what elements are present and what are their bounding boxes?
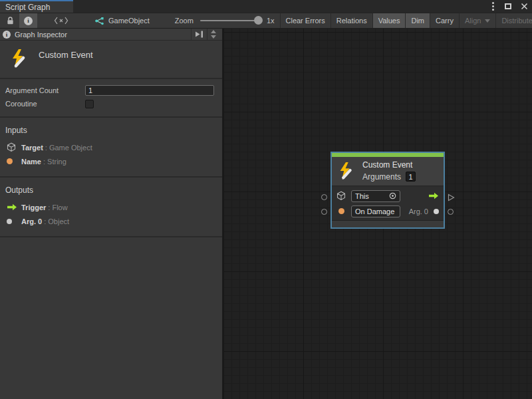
tab-bar: Script Graph [0, 0, 532, 13]
string-port-dot[interactable] [338, 208, 344, 214]
values-button[interactable]: Values [372, 13, 406, 28]
node-row-name: On Damage Arg. 0 [332, 203, 444, 219]
align-button: Align [459, 13, 495, 28]
graph-inspector-title: Graph Inspector [15, 31, 191, 39]
maximize-icon[interactable] [503, 0, 513, 13]
panel-scroll-arrows[interactable] [207, 29, 219, 40]
object-picker-icon[interactable] [389, 192, 396, 200]
gameobject-label: GameObject [108, 17, 150, 25]
input-row-name: Name : String [0, 154, 222, 168]
gameobject-reference[interactable]: GameObject [88, 13, 156, 28]
arguments-label: Arguments [362, 172, 401, 182]
node-footer [332, 220, 444, 227]
node-header[interactable]: Custom Event Arguments 1 [332, 157, 444, 186]
close-icon[interactable] [519, 0, 529, 13]
window-controls [489, 0, 529, 13]
scroll-up-icon[interactable] [211, 30, 216, 33]
info-toggle-icon[interactable]: i [19, 13, 37, 28]
clear-errors-button[interactable]: Clear Errors [280, 13, 331, 28]
coroutine-label: Coroutine [5, 100, 85, 108]
outputs-section: Outputs Trigger : Flow Arg. 0 : Object [0, 178, 222, 237]
script-graph-window: Script Graph i GameObject [0, 0, 532, 399]
graph-inspector-header: i Graph Inspector [0, 29, 222, 41]
arg0-label: Arg. 0 [409, 207, 428, 215]
argument-count-label: Argument Count [5, 86, 85, 94]
code-view-icon[interactable] [49, 13, 73, 28]
dock-panel-icon[interactable] [191, 29, 207, 40]
external-input-port-bottom[interactable] [321, 209, 327, 215]
coroutine-checkbox[interactable] [85, 100, 94, 108]
event-name-field[interactable]: On Damage [351, 205, 400, 217]
node-row-target: This [332, 188, 444, 203]
external-output-port[interactable] [448, 209, 454, 215]
argument-count-field[interactable]: 1 [85, 85, 214, 96]
trigger-flow-port[interactable] [428, 192, 439, 200]
target-this-dropdown[interactable]: This [351, 190, 400, 202]
relations-button[interactable]: Relations [331, 13, 372, 28]
distribute-button: Distribute [495, 13, 532, 28]
inspector-empty-area [0, 237, 222, 399]
input-row-target: Target : Game Object [0, 140, 222, 154]
graph-canvas[interactable]: Custom Event Arguments 1 This [223, 29, 532, 399]
zoom-value: 1x [267, 17, 275, 25]
inputs-title: Inputs [0, 123, 222, 140]
gameobject-graph-icon [94, 17, 104, 25]
info-icon: i [3, 31, 11, 39]
dim-button[interactable]: Dim [405, 13, 430, 28]
unit-fields: Argument Count 1 Coroutine [0, 79, 222, 118]
graph-toolbar: i GameObject Zoom 1x Clear Errors Relati… [0, 13, 532, 29]
zoom-control: Zoom 1x [175, 13, 275, 28]
gameobject-cube-icon [336, 191, 346, 201]
flow-arrow-icon [7, 203, 21, 211]
custom-event-icon [337, 162, 354, 180]
arguments-value-field[interactable]: 1 [406, 172, 416, 182]
tab-title: Script Graph [5, 3, 50, 12]
custom-event-icon [9, 49, 28, 68]
gameobject-cube-icon [7, 142, 21, 152]
inputs-section: Inputs Target : Game Object Name : Strin… [0, 118, 222, 178]
unit-header: Custom Event [0, 41, 222, 79]
graph-inspector-panel: i Graph Inspector Custom Event [0, 29, 223, 399]
custom-event-node[interactable]: Custom Event Arguments 1 This [331, 152, 445, 229]
external-input-port-top[interactable] [321, 194, 327, 200]
scroll-down-icon[interactable] [211, 35, 216, 39]
outputs-title: Outputs [0, 183, 222, 200]
output-row-trigger: Trigger : Flow [0, 200, 222, 214]
window-menu-icon[interactable] [489, 0, 497, 13]
tab-script-graph[interactable]: Script Graph [0, 0, 73, 13]
lock-icon[interactable] [1, 13, 19, 28]
external-flow-port[interactable] [448, 194, 455, 201]
output-row-arg0: Arg. 0 : Object [0, 214, 222, 228]
node-body: This On Damage Arg. 0 [332, 186, 444, 220]
zoom-slider-handle[interactable] [254, 16, 263, 25]
zoom-slider[interactable] [200, 20, 261, 21]
carry-button[interactable]: Carry [430, 13, 459, 28]
dropdown-caret-icon [485, 19, 490, 23]
string-port-dot [7, 158, 21, 164]
object-port-dot [7, 219, 21, 224]
unit-title: Custom Event [39, 50, 93, 60]
node-title: Custom Event [362, 160, 416, 170]
zoom-label: Zoom [175, 17, 194, 25]
arg0-port-dot[interactable] [434, 209, 439, 214]
